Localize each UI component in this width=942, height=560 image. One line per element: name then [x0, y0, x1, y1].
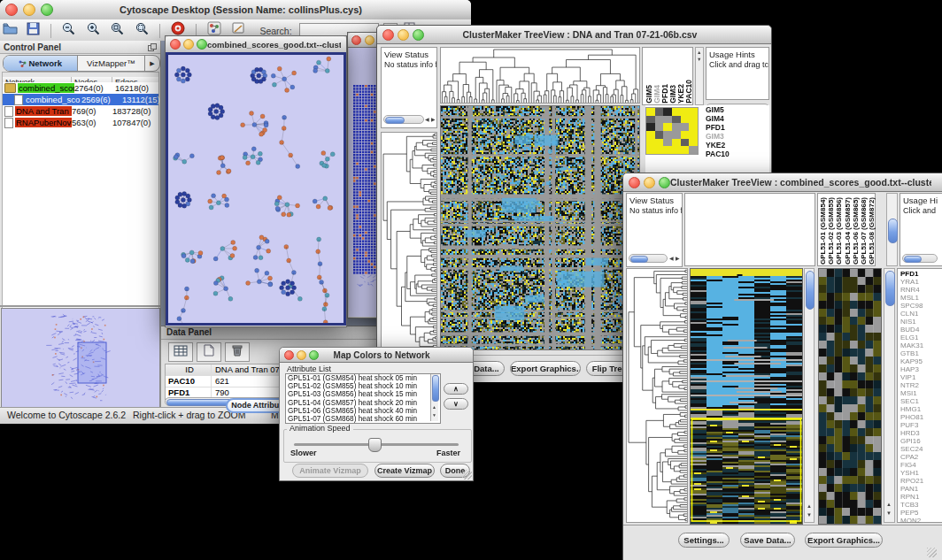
- zoom-out-icon[interactable]: [61, 20, 76, 42]
- gene-list-item[interactable]: MON2: [900, 517, 942, 525]
- network-table-row[interactable]: combined_scores_2764(0)16218(0): [3, 82, 158, 94]
- matrix-cell[interactable]: [689, 116, 698, 124]
- zoom-button[interactable]: [309, 350, 319, 360]
- matrix-cell[interactable]: [663, 139, 672, 147]
- network-table-row[interactable]: RNAPuberNov2+563(0)107847(0): [3, 117, 158, 128]
- treeview2-titlebar[interactable]: ClusterMaker TreeView : combined_scores_…: [623, 173, 942, 192]
- close-button[interactable]: [382, 29, 394, 41]
- save-data-button[interactable]: Save Data...: [740, 533, 795, 548]
- move-up-button[interactable]: ∧: [444, 383, 468, 395]
- float-panel-icon[interactable]: [148, 39, 157, 55]
- gene-list-item[interactable]: SEC1: [900, 397, 942, 405]
- matrix-cell[interactable]: [646, 146, 655, 154]
- matrix-cell[interactable]: [672, 139, 681, 147]
- scroll-down-icon[interactable]: ▼: [432, 411, 436, 418]
- tv2-heatmap[interactable]: [690, 268, 803, 525]
- tab-network[interactable]: Network: [4, 56, 78, 71]
- tv2-column-labels[interactable]: GPL51-01 (GSM854)GPL51-02 (GSM855)GPL51-…: [817, 193, 876, 266]
- gene-list-item[interactable]: RPN1: [900, 493, 942, 501]
- gene-list-item[interactable]: SEC24: [900, 445, 942, 453]
- scroll-right-icon[interactable]: ▶: [431, 116, 436, 123]
- tv2-zoom-heatmap[interactable]: [818, 268, 882, 525]
- tv1-column-label[interactable]: PAC10: [684, 80, 693, 104]
- scroll-thumb[interactable]: [888, 219, 898, 243]
- gene-list-item[interactable]: PEP5: [900, 509, 942, 517]
- resize-grip[interactable]: [462, 470, 472, 479]
- matrix-cell[interactable]: [663, 146, 672, 154]
- matrix-cell[interactable]: [689, 139, 698, 147]
- network-view-canvas[interactable]: [168, 55, 344, 323]
- animate-vizmap-button[interactable]: Animate Vizmap: [292, 464, 368, 478]
- matrix-cell[interactable]: [672, 131, 681, 139]
- attribute-list-item[interactable]: GPL51-07 (GSM868) heat shock 60 min: [286, 415, 440, 423]
- matrix-cell[interactable]: [663, 116, 672, 124]
- gene-list-item[interactable]: NIS1: [900, 318, 942, 326]
- gene-list-item[interactable]: HAP3: [900, 365, 942, 373]
- network-table-row[interactable]: DNA and Tran 07769(0)183728(0): [3, 105, 158, 117]
- scroll-up-icon[interactable]: ▲: [886, 501, 892, 508]
- matrix-cell[interactable]: [646, 131, 655, 139]
- tv1-gene-label[interactable]: GIM5: [706, 105, 768, 114]
- network-table-row[interactable]: combined_sco2569(6)13112(15): [3, 94, 158, 105]
- gene-list-item[interactable]: TCB3: [900, 501, 942, 509]
- attribute-list-item[interactable]: GPL51-03 (GSM856) heat shock 15 min: [286, 390, 440, 398]
- tv1-row-dendrogram[interactable]: [381, 132, 437, 349]
- gene-list-item[interactable]: HMG1: [900, 405, 942, 413]
- tv1-column-dendrogram[interactable]: [440, 47, 640, 104]
- gene-list-item[interactable]: YRA1: [900, 278, 942, 286]
- tv2-gene-list[interactable]: PFD1YRA1RNR4MSL1SPC98CLN1NIS1BUD4ELG1MAK…: [897, 268, 942, 523]
- resize-grip[interactable]: [927, 548, 937, 557]
- matrix-cell[interactable]: [655, 123, 664, 131]
- tv1-gene-label[interactable]: PFD1: [706, 123, 768, 132]
- minimize-button[interactable]: [183, 39, 194, 50]
- tv2-usage-hscrollbar[interactable]: [902, 254, 938, 263]
- dialog-titlebar[interactable]: Map Colors to Network: [280, 348, 473, 363]
- matrix-cell[interactable]: [655, 146, 664, 154]
- network-table-header[interactable]: NetworkNodesEdges: [2, 72, 159, 82]
- main-titlebar[interactable]: Cytoscape Desktop (Session Name: collins…: [0, 0, 471, 20]
- matrix-cell[interactable]: [672, 108, 681, 116]
- tv2-column-tree-area[interactable]: [684, 193, 815, 266]
- move-down-button[interactable]: ∨: [444, 398, 468, 410]
- tab-vizmapper[interactable]: VizMapper™: [78, 56, 145, 71]
- tv2-row-dendrogram[interactable]: [626, 268, 688, 523]
- matrix-cell[interactable]: [646, 123, 655, 131]
- scroll-thumb[interactable]: [806, 271, 815, 310]
- close-button[interactable]: [629, 177, 640, 188]
- scroll-thumb[interactable]: [385, 117, 405, 124]
- scroll-down-icon[interactable]: ▼: [886, 510, 892, 517]
- gene-list-item[interactable]: CPA2: [900, 453, 942, 461]
- tv1-status-hscrollbar[interactable]: [383, 115, 424, 124]
- export-graphics-button[interactable]: Export Graphics...: [510, 361, 581, 376]
- attribute-list[interactable]: GPL51-01 (GSM854) heat shock 05 minGPL51…: [285, 373, 441, 424]
- tv2-column-label[interactable]: GPL51-04 (GSM857): [844, 197, 852, 265]
- gene-list-item[interactable]: GPI16: [900, 437, 942, 445]
- scroll-left-icon[interactable]: ◀: [669, 255, 674, 262]
- gene-list-item[interactable]: BUD4: [900, 326, 942, 334]
- matrix-cell[interactable]: [681, 131, 690, 139]
- gene-list-item[interactable]: PAN1: [900, 485, 942, 493]
- tv1-column-labels[interactable]: GIM5GIM4PFD1GIM3YKE2PAC10: [642, 47, 693, 105]
- close-button[interactable]: [284, 350, 294, 360]
- export-graphics-button[interactable]: Export Graphics...: [805, 533, 883, 548]
- save-icon[interactable]: [27, 20, 40, 42]
- new-attribute-icon[interactable]: [197, 342, 221, 362]
- scroll-down-icon[interactable]: ▼: [807, 511, 812, 518]
- tv1-gene-label[interactable]: YKE2: [706, 141, 768, 150]
- minimize-button[interactable]: [644, 177, 655, 188]
- matrix-cell[interactable]: [663, 123, 672, 131]
- matrix-cell[interactable]: [689, 108, 698, 116]
- gene-list-item[interactable]: YSH1: [900, 469, 942, 477]
- gene-list-item[interactable]: KAP95: [900, 357, 942, 365]
- attribute-list-item[interactable]: GPL51-04 (GSM857) heat shock 20 min: [286, 399, 440, 407]
- scroll-up-icon[interactable]: ▲: [432, 403, 436, 410]
- scroll-up-icon[interactable]: ▲: [697, 49, 701, 56]
- matrix-cell[interactable]: [655, 131, 664, 139]
- matrix-cell[interactable]: [655, 139, 664, 147]
- attribute-list-scrollbar[interactable]: ▲ ▼: [430, 374, 438, 421]
- zoom-button[interactable]: [659, 177, 670, 188]
- gene-list-item[interactable]: PFD1: [900, 270, 942, 278]
- network-frame-titlebar[interactable]: combined_scores_good.txt--cluste...: [166, 36, 346, 53]
- tab-overflow-button[interactable]: ▶: [145, 56, 159, 71]
- matrix-cell[interactable]: [681, 139, 690, 147]
